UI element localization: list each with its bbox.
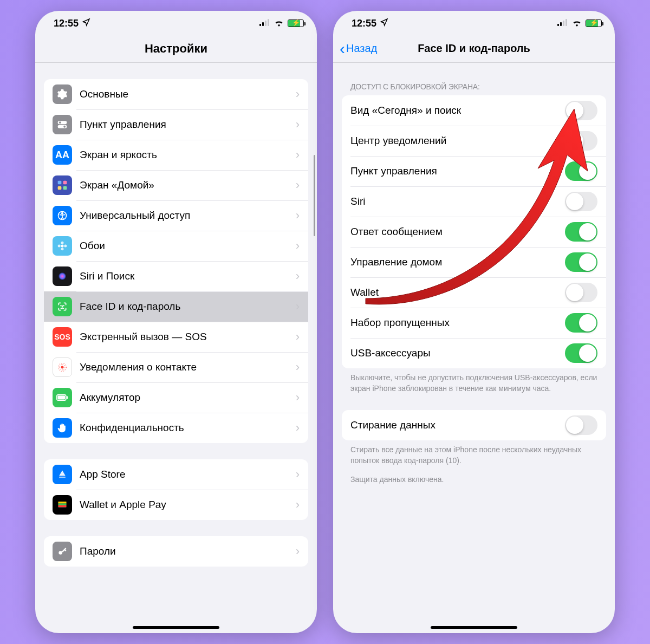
switch[interactable]: [565, 131, 597, 151]
svg-rect-34: [560, 22, 562, 26]
wifi-icon: [274, 18, 284, 29]
row-face-id[interactable]: Face ID и код-пароль ›: [44, 291, 308, 322]
row-label: Siri: [350, 196, 565, 207]
switch[interactable]: [565, 192, 597, 211]
gear-icon: [53, 84, 72, 104]
toggle-return-missed[interactable]: Набор пропущенных: [342, 308, 606, 338]
home-indicator[interactable]: [431, 626, 517, 629]
row-label: Конфиденциальность: [80, 422, 296, 434]
switch[interactable]: [565, 222, 597, 242]
row-siri[interactable]: Siri и Поиск ›: [44, 261, 308, 291]
cellular-icon: [557, 18, 568, 29]
svg-point-18: [64, 245, 67, 248]
svg-point-32: [58, 551, 62, 555]
chevron-right-icon: ›: [296, 87, 300, 101]
switch[interactable]: [565, 343, 597, 363]
switch[interactable]: [565, 252, 597, 272]
row-passwords[interactable]: Пароли ›: [44, 536, 308, 567]
svg-rect-3: [268, 19, 269, 26]
svg-rect-2: [265, 21, 266, 26]
toggle-home-control[interactable]: Управление домом: [342, 247, 606, 277]
row-label: Пункт управления: [350, 165, 565, 177]
row-home-screen[interactable]: Экран «Домой» ›: [44, 170, 308, 200]
row-display[interactable]: AA Экран и яркость ›: [44, 140, 308, 170]
toggles-icon: [53, 115, 72, 134]
row-label: Стирание данных: [350, 419, 565, 431]
phone-faceid-settings: 12:55 ⚡ ‹ Назад Face ID и код-пароль ДОС…: [333, 11, 615, 633]
svg-rect-31: [58, 505, 67, 507]
chevron-right-icon: ›: [296, 239, 300, 253]
row-general[interactable]: Основные ›: [44, 79, 308, 109]
siri-icon: [53, 266, 72, 286]
svg-rect-9: [63, 181, 67, 185]
chevron-left-icon: ‹: [340, 44, 345, 54]
svg-point-19: [58, 272, 67, 281]
phone-settings-root: 12:55 ⚡ Настройки Основные ›: [35, 11, 317, 633]
chevron-right-icon: ›: [296, 300, 300, 314]
row-exposure[interactable]: Уведомления о контакте ›: [44, 352, 308, 382]
erase-group: Стирание данных: [342, 410, 606, 440]
toggle-erase-data[interactable]: Стирание данных: [342, 410, 606, 440]
text-size-icon: AA: [53, 145, 72, 165]
settings-scroll[interactable]: Основные › Пункт управления › AA Экран и…: [35, 63, 317, 633]
battery-tile-icon: [53, 388, 72, 407]
row-control-center[interactable]: Пункт управления ›: [44, 109, 308, 140]
chevron-right-icon: ›: [296, 178, 300, 192]
back-label: Назад: [346, 42, 377, 55]
scrollbar-indicator[interactable]: [314, 155, 315, 236]
svg-point-15: [61, 242, 64, 244]
switch[interactable]: [565, 283, 597, 302]
row-app-store[interactable]: App Store ›: [44, 459, 308, 490]
flower-icon: [53, 236, 72, 256]
toggle-today-view[interactable]: Вид «Сегодня» и поиск: [342, 95, 606, 126]
svg-rect-35: [563, 21, 564, 26]
row-label: Экран «Домой»: [80, 179, 296, 191]
lock-access-group: Вид «Сегодня» и поиск Центр уведомлений …: [342, 95, 606, 368]
row-battery[interactable]: Аккумулятор ›: [44, 382, 308, 413]
toggle-reply-message[interactable]: Ответ сообщением: [342, 217, 606, 247]
status-time: 12:55: [352, 18, 376, 29]
settings-group-1: Основные › Пункт управления › AA Экран и…: [44, 79, 308, 443]
svg-point-17: [58, 245, 61, 248]
toggle-notification-center[interactable]: Центр уведомлений: [342, 126, 606, 156]
row-label: Основные: [80, 88, 296, 100]
chevron-right-icon: ›: [296, 544, 300, 558]
data-protection-footer: Защита данных включена.: [350, 474, 597, 485]
page-title: Настройки: [145, 42, 207, 56]
row-sos[interactable]: SOS Экстренный вызов — SOS ›: [44, 322, 308, 352]
chevron-right-icon: ›: [296, 330, 300, 344]
row-label: Face ID и код-пароль: [80, 301, 296, 313]
switch[interactable]: [565, 313, 597, 333]
hand-icon: [53, 418, 72, 438]
row-label: Ответ сообщением: [350, 226, 565, 238]
back-button[interactable]: ‹ Назад: [340, 42, 377, 55]
row-accessibility[interactable]: Универсальный доступ ›: [44, 200, 308, 231]
row-wallpaper[interactable]: Обои ›: [44, 231, 308, 261]
exposure-icon: [53, 357, 72, 377]
chevron-right-icon: ›: [296, 118, 300, 132]
switch[interactable]: [565, 101, 597, 120]
section-header-lock: ДОСТУП С БЛОКИРОВКОЙ ЭКРАНА:: [350, 82, 597, 91]
row-privacy[interactable]: Конфиденциальность ›: [44, 413, 308, 443]
home-indicator[interactable]: [133, 626, 219, 629]
status-time: 12:55: [54, 18, 79, 29]
svg-point-7: [63, 126, 66, 128]
toggle-usb-accessories[interactable]: USB-аксессуары: [342, 338, 606, 368]
row-wallet-pay[interactable]: Wallet и Apple Pay ›: [44, 490, 308, 520]
wifi-icon: [571, 18, 582, 29]
location-arrow-icon: [380, 18, 388, 29]
toggle-siri[interactable]: Siri: [342, 186, 606, 217]
nav-header: ‹ Назад Face ID и код-пароль: [333, 35, 615, 63]
switch[interactable]: [565, 415, 597, 435]
switch[interactable]: [565, 161, 597, 181]
settings-group-2: App Store › Wallet и Apple Pay ›: [44, 459, 308, 520]
row-label: Wallet и Apple Pay: [80, 499, 296, 511]
accessibility-icon: [53, 206, 72, 225]
battery-icon: ⚡: [586, 19, 602, 27]
faceid-scroll[interactable]: ДОСТУП С БЛОКИРОВКОЙ ЭКРАНА: Вид «Сегодн…: [333, 63, 615, 633]
toggle-wallet[interactable]: Wallet: [342, 277, 606, 308]
app-grid-icon: [53, 175, 72, 195]
row-label: Siri и Поиск: [80, 270, 296, 282]
chevron-right-icon: ›: [296, 421, 300, 435]
toggle-control-center[interactable]: Пункт управления: [342, 156, 606, 186]
